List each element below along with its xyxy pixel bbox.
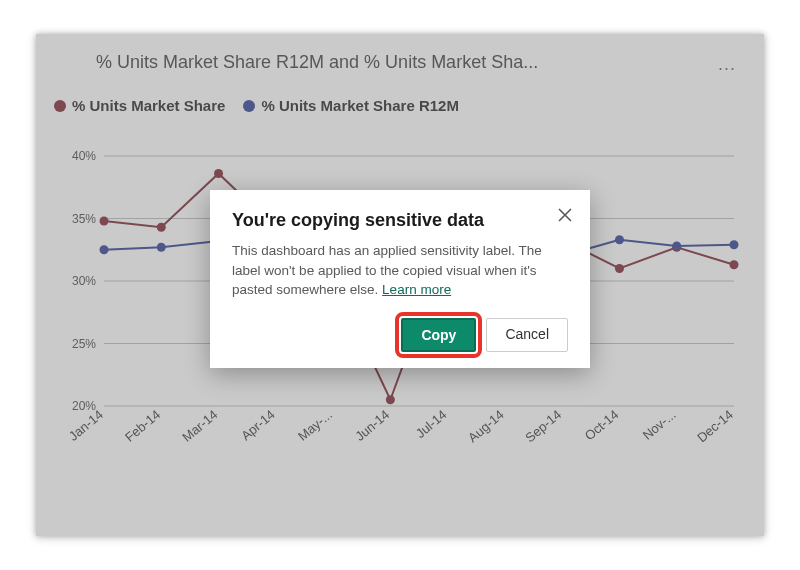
svg-text:May-...: May-... (295, 407, 335, 444)
svg-point-23 (157, 223, 166, 232)
legend-item[interactable]: % Units Market Share (54, 97, 225, 114)
cancel-button[interactable]: Cancel (486, 318, 568, 352)
svg-point-31 (615, 264, 624, 273)
svg-text:25%: 25% (72, 337, 96, 351)
svg-point-35 (157, 243, 166, 252)
legend-label: % Units Market Share (72, 97, 225, 114)
svg-text:Mar-14: Mar-14 (179, 407, 220, 445)
legend-dot-icon (243, 100, 255, 112)
chart-title: % Units Market Share R12M and % Units Ma… (36, 34, 764, 73)
more-options-icon[interactable]: ··· (718, 58, 736, 79)
svg-text:40%: 40% (72, 149, 96, 163)
svg-text:Jul-14: Jul-14 (413, 407, 450, 441)
chart-legend: % Units Market Share % Units Market Shar… (36, 73, 764, 114)
svg-point-27 (386, 395, 395, 404)
svg-text:Aug-14: Aug-14 (465, 407, 507, 445)
svg-text:Jun-14: Jun-14 (352, 407, 392, 444)
legend-label: % Units Market Share R12M (261, 97, 459, 114)
dialog-title: You're copying sensitive data (232, 210, 568, 231)
legend-dot-icon (54, 100, 66, 112)
copy-button[interactable]: Copy (401, 318, 476, 352)
svg-point-24 (214, 169, 223, 178)
svg-text:Feb-14: Feb-14 (122, 407, 163, 445)
svg-point-33 (730, 260, 739, 269)
close-icon[interactable] (558, 208, 572, 226)
svg-point-43 (615, 235, 624, 244)
learn-more-link[interactable]: Learn more (382, 282, 451, 297)
svg-text:30%: 30% (72, 274, 96, 288)
svg-point-34 (100, 245, 109, 254)
svg-text:35%: 35% (72, 212, 96, 226)
svg-point-44 (672, 242, 681, 251)
svg-point-22 (100, 217, 109, 226)
svg-text:Apr-14: Apr-14 (238, 407, 278, 444)
svg-text:Sep-14: Sep-14 (522, 407, 564, 445)
sensitive-data-dialog: You're copying sensitive data This dashb… (210, 190, 590, 368)
svg-text:Dec-14: Dec-14 (694, 407, 736, 445)
legend-item[interactable]: % Units Market Share R12M (243, 97, 459, 114)
svg-point-45 (730, 240, 739, 249)
svg-text:Oct-14: Oct-14 (582, 407, 622, 444)
svg-text:Nov-...: Nov-... (640, 407, 679, 443)
dialog-body: This dashboard has an applied sensitivit… (232, 241, 568, 300)
dialog-actions: Copy Cancel (232, 318, 568, 352)
